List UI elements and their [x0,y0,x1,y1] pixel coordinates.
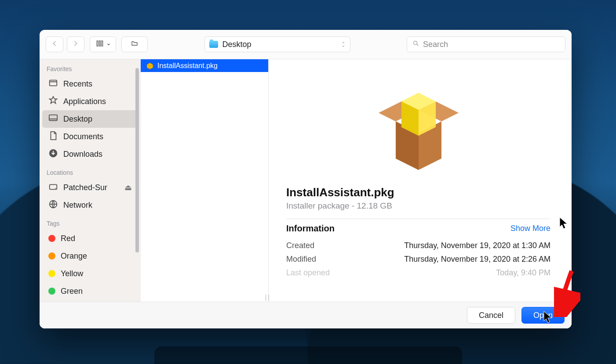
svg-point-3 [414,41,417,44]
info-value: Thursday, November 19, 2020 at 1:30 AM [404,241,550,250]
sidebar-item-label: Desktop [63,115,92,124]
package-preview-icon [361,67,476,181]
columns-view-icon [95,40,105,49]
info-value: Today, 9:40 PM [496,268,550,278]
sidebar-item-label: Green [61,287,83,296]
sidebar[interactable]: Favorites Recents Applications Desktop D… [40,59,141,302]
svg-rect-5 [49,115,57,120]
dock [154,346,462,364]
recents-icon [48,78,58,90]
preview-pane: InstallAssistant.pkg Installer package -… [269,59,572,302]
section-locations: Locations [40,163,141,179]
file-column[interactable]: InstallAssistant.pkg || [141,59,269,302]
cancel-label: Cancel [479,311,503,320]
nav-group [46,36,84,52]
forward-button[interactable] [67,36,84,52]
sidebar-item-downloads[interactable]: Downloads [42,145,138,163]
sidebar-item-label: Applications [63,97,106,106]
file-row-selected[interactable]: InstallAssistant.pkg [141,59,268,72]
info-row-modified: Modified Thursday, November 19, 2020 at … [286,252,550,266]
sidebar-item-label: Red [61,234,75,243]
section-tags: Tags [40,214,141,230]
updown-chevron-icon [341,41,346,48]
eject-icon[interactable]: ⏏ [124,183,132,192]
tag-dot-icon [48,252,55,259]
sidebar-item-label: Recents [63,79,92,89]
info-value: Thursday, November 19, 2020 at 2:26 AM [404,255,550,264]
sidebar-item-label: Network [63,201,92,210]
sidebar-item-volume[interactable]: Patched-Sur ⏏ [42,179,138,196]
sidebar-item-label: Downloads [63,150,102,159]
applications-icon [48,96,58,108]
info-key: Created [286,241,314,250]
divider [286,219,550,219]
sidebar-item-label: Patched-Sur [63,183,107,192]
sidebar-item-label: Orange [61,252,87,261]
scrollbar-thumb[interactable] [135,68,139,252]
view-switcher[interactable] [90,36,116,52]
open-button[interactable]: Open [521,307,565,324]
sidebar-item-label: Documents [63,132,103,141]
network-icon [48,199,58,211]
location-label: Desktop [222,40,252,49]
search-input[interactable]: Search [407,36,565,52]
svg-point-8 [55,187,56,188]
column-resize-handle[interactable]: || [265,294,271,301]
cancel-button[interactable]: Cancel [467,307,515,324]
folder-icon [209,41,218,48]
group-by-button[interactable] [121,36,148,52]
sidebar-tag-green[interactable]: Green [42,282,138,300]
preview-subtitle: Installer package - 12.18 GB [286,201,550,211]
disk-icon [48,182,58,194]
tag-dot-icon [48,235,55,242]
documents-icon [48,131,58,143]
search-icon [412,40,419,49]
svg-rect-0 [97,41,98,46]
open-file-dialog: Desktop Search Favorites Recents Applica… [40,30,572,328]
sidebar-item-network[interactable]: Network [42,196,138,214]
location-dropdown[interactable]: Desktop [204,36,350,52]
tag-dot-icon [48,288,55,295]
chevron-down-icon [106,40,111,48]
sidebar-item-desktop[interactable]: Desktop [42,110,138,128]
file-name: InstallAssistant.pkg [157,62,218,70]
svg-rect-1 [99,41,101,46]
preview-filename: InstallAssistant.pkg [286,186,550,199]
desktop-icon [48,113,58,125]
info-heading: Information [286,223,335,234]
tag-dot-icon [48,270,55,277]
chevron-right-icon [72,40,79,49]
package-icon [146,62,154,70]
info-key: Last opened [286,268,330,278]
show-more-link[interactable]: Show More [510,224,550,233]
open-label: Open [533,311,553,320]
chevron-left-icon [51,40,58,49]
sidebar-tag-yellow[interactable]: Yellow [42,265,138,282]
dialog-footer: Cancel Open [40,302,572,328]
back-button[interactable] [46,36,63,52]
info-grid: Created Thursday, November 19, 2020 at 1… [286,239,550,280]
sidebar-tag-orange[interactable]: Orange [42,247,138,265]
search-placeholder: Search [423,40,448,49]
sidebar-item-applications[interactable]: Applications [42,93,138,110]
sidebar-tag-red[interactable]: Red [42,230,138,247]
info-row-created: Created Thursday, November 19, 2020 at 1… [286,239,550,252]
info-row-lastopened: Last opened Today, 9:40 PM [286,266,550,280]
sidebar-item-recents[interactable]: Recents [42,75,138,93]
dialog-toolbar: Desktop Search [40,30,572,59]
sidebar-item-label: Yellow [61,269,83,278]
svg-rect-2 [102,41,103,46]
downloads-icon [48,148,58,160]
info-key: Modified [286,255,316,264]
folder-outline-icon [130,40,139,49]
section-favorites: Favorites [40,59,141,75]
svg-rect-4 [50,80,57,86]
sidebar-item-documents[interactable]: Documents [42,128,138,145]
svg-rect-7 [50,184,57,189]
